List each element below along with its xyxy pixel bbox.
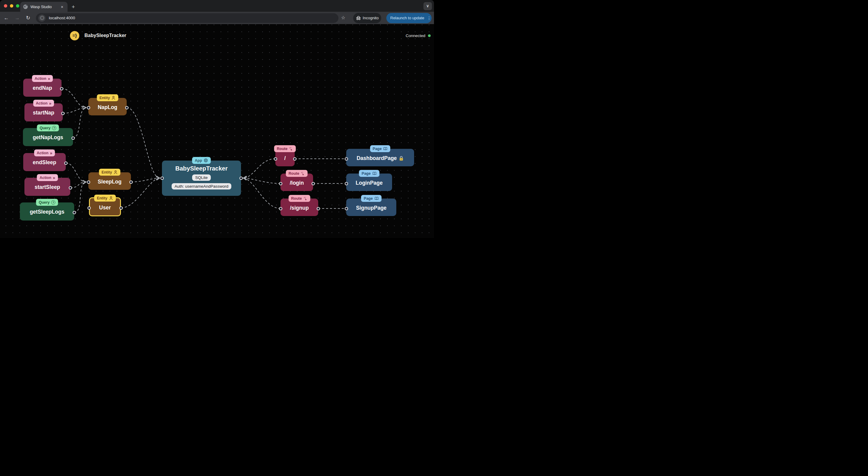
edge-endnap-naplog [62,89,86,107]
incognito-label: Incognito [363,16,379,20]
tab-close-icon[interactable]: × [60,4,65,10]
url-text[interactable]: localhost:4000 [49,16,75,20]
edge-routeroot-app [244,159,275,178]
node-startsleep[interactable]: Action» startSleep [25,178,70,196]
node-route-root[interactable]: Route / [275,149,294,166]
open-book-icon [383,147,388,151]
relaunch-to-update-button[interactable]: Relaunch to update ⋮ [386,13,432,23]
node-signuppage[interactable]: Page SignupPage [346,199,396,216]
handle-startnap-out[interactable] [61,112,65,115]
forward-button[interactable]: → [13,13,22,23]
handle-naplog-out[interactable] [125,106,128,109]
site-info-button[interactable]: i [38,14,45,22]
browser-window: Wasp Studio × + ∨ ← → ↻ i localhost:4000… [0,0,434,238]
node-label: SleepLog [88,179,131,185]
handle-sleeplog-out[interactable] [129,180,133,184]
node-getnaplogs[interactable]: Query? getNapLogs [23,128,73,146]
handle-app-in[interactable] [160,176,164,180]
badge-route: Route [274,145,296,152]
info-icon: i [40,16,44,20]
action-chevrons-icon: » [49,101,52,105]
app-node-title: BabySleepTracker [175,165,227,172]
tab-title: Wasp Studio [30,5,60,9]
node-label: startNap [25,110,63,116]
badge-page: Page [359,170,379,177]
question-circle-icon: ? [52,126,56,130]
person-icon [114,170,118,174]
open-book-icon [374,196,379,201]
kebab-menu-icon[interactable]: ⋮ [427,16,431,21]
edge-getnaplogs-naplog [73,107,86,138]
handle-route-login-out[interactable] [312,182,315,185]
tab-search-chevron-icon[interactable]: ∨ [424,2,432,10]
url-bar[interactable]: i localhost:4000 [36,13,338,23]
handle-sleeplog-in[interactable] [87,180,90,184]
node-dashboardpage[interactable]: Page DashboardPage [346,149,414,166]
chip-icon [204,158,208,163]
diagram-canvas[interactable]: =} BabySleepTracker Connected [0,24,434,238]
badge-action: Action» [37,174,58,181]
badge-app: App [192,157,211,164]
handle-route-signup-in[interactable] [279,207,282,210]
node-endsleep[interactable]: Action» endSleep [23,153,66,171]
node-naplog[interactable]: Entity NapLog [88,98,127,115]
node-label: getSleepLogs [20,209,74,215]
handle-endsleep-out[interactable] [64,162,67,165]
person-icon [109,196,113,200]
node-getsleeplogs[interactable]: Query? getSleepLogs [20,202,74,220]
minimize-window-button[interactable] [10,4,13,7]
new-tab-button[interactable]: + [69,3,77,11]
node-app[interactable]: App BabySleepTracker SQLite Auth: userna… [162,161,241,196]
node-label: / [275,155,294,162]
node-route-signup[interactable]: Route /signup [280,199,318,216]
handle-loginpage-in[interactable] [345,182,348,185]
handle-getnaplogs-out[interactable] [71,136,75,140]
back-button[interactable]: ← [2,13,11,23]
incognito-icon [356,16,361,20]
handle-route-root-out[interactable] [293,157,297,161]
node-startnap[interactable]: Action» startNap [25,103,63,122]
badge-action: Action» [33,100,54,107]
handle-route-login-in[interactable] [279,182,282,185]
handle-route-signup-out[interactable] [317,207,320,210]
node-endnap[interactable]: Action» endNap [23,79,62,97]
lock-icon [399,156,404,161]
badge-entity: Entity [99,169,121,176]
reload-button[interactable]: ↻ [24,13,33,23]
badge-query: Query? [36,199,58,206]
handle-endnap-out[interactable] [60,87,63,90]
node-label: NapLog [88,104,127,110]
action-chevrons-icon: » [50,151,53,155]
badge-entity: Entity [97,94,119,101]
handle-user-out[interactable] [119,206,123,210]
bookmark-star-icon[interactable]: ☆ [340,15,346,21]
node-label: /login [280,180,313,186]
handle-signuppage-in[interactable] [345,207,348,210]
db-pill: SQLite [192,174,211,181]
handle-route-root-in[interactable] [274,157,277,161]
badge-action: Action» [34,149,55,156]
node-route-login[interactable]: Route /login [280,173,313,191]
node-sleeplog[interactable]: Entity SleepLog [88,172,131,190]
handle-dashboardpage-in[interactable] [345,157,348,161]
handle-app-out[interactable] [240,176,243,180]
handle-getsleeplogs-out[interactable] [73,211,76,214]
handle-startsleep-out[interactable] [69,186,72,190]
node-label: /signup [280,205,318,211]
fullscreen-window-button[interactable] [16,4,19,7]
node-user[interactable]: Entity User [89,197,121,216]
globe-favicon-icon [23,4,28,9]
handle-naplog-in[interactable] [87,106,90,109]
browser-tab[interactable]: Wasp Studio × [20,2,67,12]
cursor-click-icon [301,171,305,176]
badge-entity: Entity [94,195,116,202]
cursor-click-icon [303,196,308,201]
edge-routesignup-app [244,178,280,208]
browser-toolbar: ← → ↻ i localhost:4000 ☆ Incognito Relau… [0,12,434,24]
handle-user-in[interactable] [88,206,91,210]
node-label: LoginPage [346,180,392,186]
node-label: DashboardPage [356,155,397,162]
person-icon [111,96,116,100]
node-loginpage[interactable]: Page LoginPage [346,173,392,191]
close-window-button[interactable] [4,4,7,7]
